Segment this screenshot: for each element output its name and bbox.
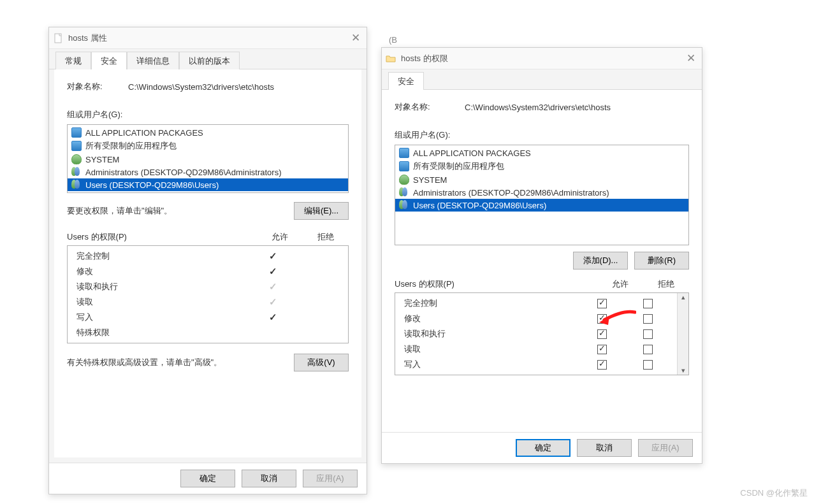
permissions-dialog: hosts 的权限 ✕ 安全 对象名称: C:\Windows\System32… (381, 47, 702, 464)
permission-list: 完全控制修改读取和执行读取写入 ▴ ▾ (395, 292, 689, 375)
principal-list[interactable]: ALL APPLICATION PACKAGES所有受限制的应用程序包SYSTE… (67, 124, 349, 193)
scrollbar[interactable]: ▴ ▾ (677, 293, 688, 375)
permission-name: 写入 (404, 359, 579, 370)
cancel-button[interactable]: 取消 (242, 470, 296, 487)
tab-details[interactable]: 详细信息 (127, 52, 179, 69)
principal-list[interactable]: ALL APPLICATION PACKAGES所有受限制的应用程序包SYSTE… (395, 145, 689, 245)
permission-name: 读取和执行 (76, 281, 250, 292)
titlebar[interactable]: hosts 的权限 ✕ (382, 48, 702, 69)
deny-checkbox[interactable] (643, 329, 653, 339)
allow-indicator (250, 281, 296, 292)
allow-checkbox[interactable] (597, 314, 607, 324)
object-path: C:\Windows\System32\drivers\etc\hosts (465, 103, 611, 112)
object-name-label: 对象名称: (67, 81, 128, 92)
object-path: C:\Windows\System32\drivers\etc\hosts (128, 82, 274, 92)
properties-dialog: hosts 属性 ✕ 常规 安全 详细信息 以前的版本 对象名称: C:\Win… (48, 27, 367, 494)
allow-checkbox[interactable] (597, 360, 607, 370)
apply-button[interactable]: 应用(A) (303, 470, 358, 487)
scroll-up-icon[interactable]: ▴ (681, 293, 685, 301)
scroll-down-icon[interactable]: ▾ (681, 366, 685, 375)
remove-button[interactable]: 删除(R) (634, 252, 689, 270)
permission-name: 完全控制 (404, 298, 579, 309)
titlebar[interactable]: hosts 属性 ✕ (49, 27, 367, 49)
group-icon (399, 187, 409, 198)
principal-item[interactable]: ALL APPLICATION PACKAGES (395, 147, 688, 159)
permission-name: 特殊权限 (76, 327, 250, 338)
deny-checkbox[interactable] (643, 345, 653, 354)
permission-row: 完全控制 (68, 248, 348, 264)
window-title: hosts 属性 (68, 32, 107, 44)
principal-item[interactable]: Users (DESKTOP-QD29M86\Users) (395, 199, 688, 212)
principal-item[interactable]: ALL APPLICATION PACKAGES (68, 126, 348, 139)
close-icon[interactable]: ✕ (337, 31, 363, 45)
group-or-user-label: 组或用户名(G): (395, 129, 689, 141)
principal-label: Users (DESKTOP-QD29M86\Users) (85, 180, 219, 190)
permission-name: 修改 (76, 266, 250, 277)
security-panel: 对象名称: C:\Windows\System32\drivers\etc\ho… (382, 90, 702, 432)
close-icon[interactable]: ✕ (672, 52, 698, 65)
tab-row: 安全 (382, 69, 702, 90)
principal-item[interactable]: SYSTEM (395, 173, 688, 186)
principal-label: ALL APPLICATION PACKAGES (413, 148, 531, 158)
ok-button[interactable]: 确定 (180, 470, 235, 487)
permission-row: 写入 (395, 357, 677, 372)
allow-checkbox[interactable] (597, 329, 607, 339)
allow-checkbox[interactable] (597, 299, 607, 308)
dialog-footer: 确定 取消 应用(A) (49, 463, 367, 494)
file-icon (53, 33, 63, 43)
group-icon (399, 200, 409, 210)
object-name-label: 对象名称: (395, 101, 465, 113)
advanced-hint: 有关特殊权限或高级设置，请单击"高级"。 (67, 357, 222, 368)
permission-row: 修改 (395, 311, 677, 326)
tab-security[interactable]: 安全 (91, 52, 127, 69)
principal-label: 所有受限制的应用程序包 (413, 161, 504, 172)
allow-indicator (250, 250, 296, 262)
cancel-button[interactable]: 取消 (577, 439, 632, 457)
ok-button[interactable]: 确定 (516, 439, 571, 457)
perm-header-allow: 允许 (597, 278, 643, 290)
permission-name: 写入 (76, 312, 250, 323)
package-icon (71, 141, 82, 151)
permission-row: 读取 (68, 294, 348, 310)
tab-security[interactable]: 安全 (388, 72, 424, 90)
edit-hint: 要更改权限，请单击"编辑"。 (67, 205, 172, 217)
package-icon (71, 127, 82, 138)
principal-label: ALL APPLICATION PACKAGES (85, 128, 203, 138)
perm-header-name: Users 的权限(P) (67, 231, 257, 243)
dialog-footer: 确定 取消 应用(A) (382, 432, 702, 463)
group-or-user-label: 组或用户名(G): (67, 109, 349, 120)
permission-row: 完全控制 (395, 296, 677, 311)
principal-label: Administrators (DESKTOP-QD29M86\Administ… (85, 168, 282, 177)
tab-row: 常规 安全 详细信息 以前的版本 (49, 49, 367, 69)
permission-name: 完全控制 (76, 250, 250, 262)
principal-item[interactable]: Administrators (DESKTOP-QD29M86\Administ… (68, 166, 348, 178)
permission-row: 读取和执行 (395, 326, 677, 342)
folder-icon (386, 54, 396, 64)
allow-checkbox[interactable] (597, 345, 607, 354)
tab-previous-versions[interactable]: 以前的版本 (179, 52, 240, 69)
principal-item[interactable]: SYSTEM (68, 153, 348, 166)
deny-checkbox[interactable] (643, 299, 653, 308)
tab-general[interactable]: 常规 (55, 52, 91, 69)
permission-row: 读取和执行 (68, 279, 348, 294)
advanced-button[interactable]: 高级(V) (294, 354, 349, 371)
deny-checkbox[interactable] (643, 314, 653, 324)
permission-name: 读取 (76, 296, 250, 308)
user-icon (71, 154, 82, 164)
edit-button[interactable]: 编辑(E)... (294, 202, 349, 220)
principal-item[interactable]: Administrators (DESKTOP-QD29M86\Administ… (395, 186, 688, 199)
principal-label: SYSTEM (413, 175, 447, 185)
apply-button[interactable]: 应用(A) (638, 439, 693, 457)
principal-item[interactable]: 所有受限制的应用程序包 (68, 139, 348, 153)
perm-header-allow: 允许 (257, 231, 303, 243)
permission-row: 修改 (68, 264, 348, 279)
permission-list: 完全控制修改读取和执行读取写入特殊权限 (67, 245, 349, 343)
allow-indicator (250, 296, 296, 308)
group-icon (71, 167, 82, 177)
principal-item[interactable]: Users (DESKTOP-QD29M86\Users) (68, 178, 348, 191)
deny-checkbox[interactable] (643, 360, 653, 370)
principal-label: SYSTEM (85, 155, 119, 164)
principal-label: Users (DESKTOP-QD29M86\Users) (413, 201, 546, 210)
add-button[interactable]: 添加(D)... (573, 252, 628, 270)
principal-item[interactable]: 所有受限制的应用程序包 (395, 159, 688, 173)
